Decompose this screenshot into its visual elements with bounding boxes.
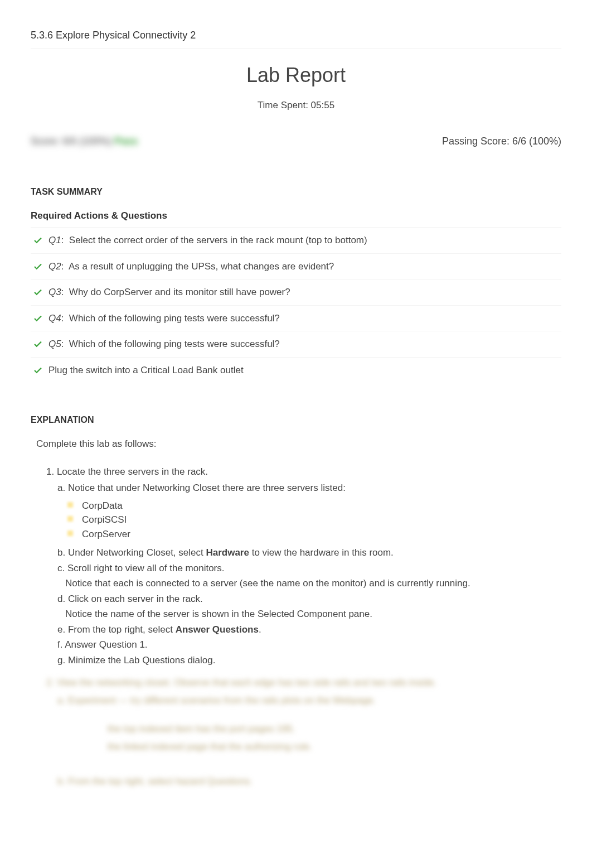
explanation-intro: Complete this lab as follows: [36, 437, 561, 451]
substep-a: a. Notice that under Networking Closet t… [57, 481, 561, 495]
time-spent: Time Spent: 05:55 [31, 98, 561, 113]
substeps: a. Notice that under Networking Closet t… [57, 481, 561, 667]
check-icon [33, 314, 43, 324]
question-item-action: Plug the switch into a Critical Load Ban… [31, 357, 561, 383]
question-item-q2: Q2: As a result of unplugging the UPSs, … [31, 253, 561, 279]
required-actions-heading: Required Actions & Questions [31, 209, 561, 223]
substep-f: f. Answer Question 1. [57, 638, 561, 652]
explanation-heading: EXPLANATION [31, 413, 561, 427]
substep-b: b. Under Networking Closet, select Hardw… [57, 546, 561, 560]
lab-number: 5.3.6 Explore Physical Connectivity 2 [31, 28, 561, 43]
lab-report-page: 5.3.6 Explore Physical Connectivity 2 La… [0, 0, 592, 824]
question-item-q1: Q1: Select the correct order of the serv… [31, 227, 561, 253]
check-icon [33, 365, 43, 375]
substep-c-note: Notice that each is connected to a serve… [65, 576, 561, 591]
substep-e: e. From the top right, select Answer Que… [57, 623, 561, 637]
substep-c: c. Scroll right to view all of the monit… [57, 561, 561, 576]
question-text: As a result of unplugging the UPSs, what… [69, 261, 334, 272]
server-item: CorpData [80, 499, 561, 513]
step-1-title: 1. Locate the three servers in the rack. [46, 465, 561, 479]
report-title: Lab Report [31, 60, 561, 90]
task-summary-heading: TASK SUMMARY [31, 185, 561, 199]
question-text: Which of the following ping tests were s… [69, 339, 280, 349]
check-icon [33, 339, 43, 349]
server-item: CorpiSCSI [80, 513, 561, 527]
question-label: Q4 [48, 313, 61, 324]
score-blurred: Score: 6/6 (100%) Pass [31, 134, 138, 149]
substep-g: g. Minimize the Lab Questions dialog. [57, 653, 561, 668]
steps: 1. Locate the three servers in the rack.… [46, 465, 561, 668]
question-label: Q5 [48, 339, 61, 349]
question-text: Why do CorpServer and its monitor still … [69, 287, 290, 297]
question-item-q3: Q3: Why do CorpServer and its monitor st… [31, 279, 561, 305]
question-item-q4: Q4: Which of the following ping tests we… [31, 305, 561, 331]
question-label: Q1 [48, 235, 61, 245]
check-icon [33, 287, 43, 297]
server-item: CorpServer [80, 527, 561, 542]
question-text: Select the correct order of the servers … [69, 235, 367, 245]
questions-list: Q1: Select the correct order of the serv… [31, 227, 561, 383]
question-label: Q2 [48, 261, 61, 272]
passing-score: Passing Score: 6/6 (100%) [442, 134, 561, 149]
check-icon [33, 235, 43, 245]
check-icon [33, 262, 43, 272]
question-item-q5: Q5: Which of the following ping tests we… [31, 331, 561, 357]
question-label: Q3 [48, 287, 61, 297]
title-section: Lab Report Time Spent: 05:55 [31, 49, 561, 113]
question-text: Plug the switch into a Critical Load Ban… [48, 363, 244, 378]
blurred-content: 2. View the networking closet. Observe t… [46, 674, 561, 790]
server-list: CorpData CorpiSCSI CorpServer [80, 499, 561, 542]
score-row: Score: 6/6 (100%) Pass Passing Score: 6/… [31, 134, 561, 149]
question-text: Which of the following ping tests were s… [69, 313, 280, 324]
substep-d: d. Click on each server in the rack. [57, 592, 561, 606]
substep-d-note: Notice the name of the server is shown i… [65, 607, 561, 621]
